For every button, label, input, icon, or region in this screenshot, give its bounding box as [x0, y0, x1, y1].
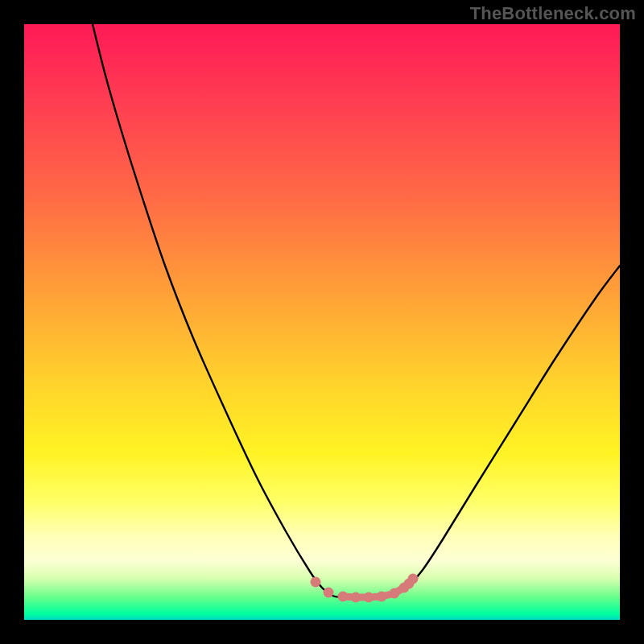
- plot-area: [24, 24, 620, 620]
- highlight-dot: [311, 577, 321, 588]
- highlight-stroke: [343, 588, 404, 597]
- highlight-dot: [324, 588, 334, 598]
- highlight-dot: [408, 574, 419, 584]
- bottleneck-curve: [93, 24, 620, 597]
- chart-frame: TheBottleneck.com: [0, 0, 644, 644]
- plot-svg: [24, 24, 620, 620]
- watermark-text: TheBottleneck.com: [470, 3, 636, 24]
